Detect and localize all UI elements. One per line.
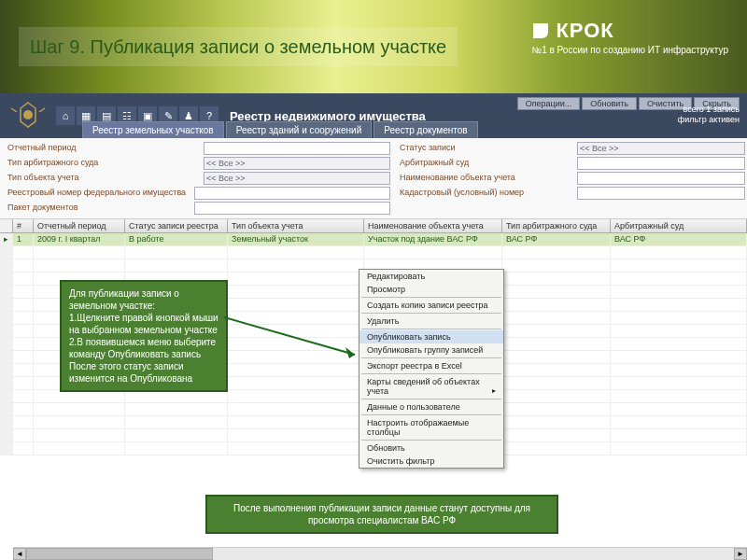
menu-item[interactable]: Карты сведений об объектах учета xyxy=(359,375,503,398)
menu-separator xyxy=(361,313,501,314)
menu-item[interactable]: Редактировать xyxy=(359,270,503,283)
filter-label-courttype: Тип арбитражного суда xyxy=(7,157,194,170)
filter-input-courttype[interactable] xyxy=(204,157,390,170)
filter-label-regnum: Реестровый номер федерального имущества xyxy=(7,187,194,200)
col-status[interactable]: Статус записи реестра xyxy=(125,219,228,232)
menu-separator xyxy=(361,414,501,415)
col-period[interactable]: Отчетный период xyxy=(34,219,125,232)
filter-input-court[interactable] xyxy=(577,157,745,170)
menu-separator xyxy=(361,357,501,358)
filter-input-cadnum[interactable] xyxy=(577,187,745,200)
filter-label-docpack: Пакет документов xyxy=(7,202,194,215)
filter-input-docpack[interactable] xyxy=(194,202,390,215)
filter-label-period: Отчетный период xyxy=(7,142,194,155)
horizontal-scrollbar[interactable]: ◄ ► xyxy=(13,547,747,560)
filter-panel: Отчетный период Статус записи Тип арбитр… xyxy=(0,138,747,219)
filter-input-objname[interactable] xyxy=(577,172,745,185)
callout-result: После выполнения публикации записи данны… xyxy=(205,495,558,534)
col-marker[interactable] xyxy=(0,219,13,232)
status-text: всего 1 запись фильтр активен xyxy=(678,105,740,125)
slide-header: Шаг 9. Публикация записи о земельном уча… xyxy=(0,0,747,93)
emblem-icon xyxy=(7,99,49,133)
menu-separator xyxy=(361,440,501,441)
arrow-annotation xyxy=(224,280,364,364)
filter-input-regnum[interactable] xyxy=(194,187,390,200)
menu-separator xyxy=(361,297,501,298)
menu-separator xyxy=(361,373,501,374)
tab-buildings[interactable]: Реестр зданий и сооружений xyxy=(226,121,373,138)
scroll-left-icon[interactable]: ◄ xyxy=(13,548,26,560)
brand-logo: КРОК xyxy=(531,19,728,43)
col-courttype[interactable]: Тип арбитражного суда xyxy=(502,219,611,232)
scroll-right-icon[interactable]: ► xyxy=(734,548,747,560)
menu-item[interactable]: Создать копию записи реестра xyxy=(359,299,503,312)
menu-item[interactable]: Опубликовать запись xyxy=(359,330,503,343)
table-row[interactable]: ▸12009 г. I кварталВ работеЗемельный уча… xyxy=(0,233,747,246)
filter-label-court: Арбитражный суд xyxy=(400,157,568,170)
filter-input-objtype[interactable] xyxy=(204,172,390,185)
tab-land[interactable]: Реестр земельных участков xyxy=(82,121,224,138)
filter-label-objname: Наименование объекта учета xyxy=(400,172,568,185)
context-menu[interactable]: РедактироватьПросмотрСоздать копию запис… xyxy=(359,269,504,469)
brand-block: КРОК №1 в России по созданию ИТ инфрастр… xyxy=(531,19,728,55)
svg-line-1 xyxy=(224,317,355,355)
svg-point-0 xyxy=(23,110,33,119)
menu-item[interactable]: Данные о пользователе xyxy=(359,400,503,413)
brand-tagline: №1 в России по созданию ИТ инфраструктур xyxy=(531,45,728,55)
filter-input-period[interactable] xyxy=(204,142,390,155)
scroll-thumb[interactable] xyxy=(26,548,213,560)
menu-item[interactable]: Обновить xyxy=(359,441,503,455)
menu-separator xyxy=(361,399,501,399)
menu-item[interactable]: Настроить отображаемые столбцы xyxy=(359,416,503,439)
app-toolbar: ⌂ ▦ ▤ ☷ ▣ ✎ ♟ ? Реестр недвижимого имуще… xyxy=(0,93,747,138)
menu-item[interactable]: Удалить xyxy=(359,315,503,328)
col-objtype[interactable]: Тип объекта учета xyxy=(228,219,364,232)
menu-item[interactable]: Экспорт реестра в Excel xyxy=(359,359,503,372)
callout-instructions: Для публикации записи о земельном участк… xyxy=(60,280,228,392)
menu-separator xyxy=(361,329,501,329)
menu-item[interactable]: Очистить фильтр xyxy=(359,455,503,468)
col-num[interactable]: # xyxy=(13,219,34,232)
filter-label-objtype: Тип объекта учета xyxy=(7,172,194,185)
tab-documents[interactable]: Реестр документов xyxy=(374,121,477,138)
table-row[interactable] xyxy=(0,246,747,259)
col-objname[interactable]: Наименование объекта учета xyxy=(364,219,502,232)
filter-label-status: Статус записи xyxy=(400,142,568,155)
refresh-button[interactable]: Обновить xyxy=(582,97,637,110)
toolbar-icon-1[interactable]: ⌂ xyxy=(56,106,75,125)
filter-label-cadnum: Кадастровый (условный) номер xyxy=(400,187,568,200)
slide-title: Шаг 9. Публикация записи о земельном уча… xyxy=(19,27,458,66)
operations-button[interactable]: Операции... xyxy=(517,97,581,110)
filter-input-status[interactable] xyxy=(577,142,745,155)
menu-item[interactable]: Просмотр xyxy=(359,283,503,296)
registry-tabs: Реестр земельных участков Реестр зданий … xyxy=(82,121,478,138)
col-court[interactable]: Арбитражный суд xyxy=(611,219,747,232)
grid-header: # Отчетный период Статус записи реестра … xyxy=(0,219,747,233)
menu-item[interactable]: Опубликовать группу записей xyxy=(359,343,503,357)
